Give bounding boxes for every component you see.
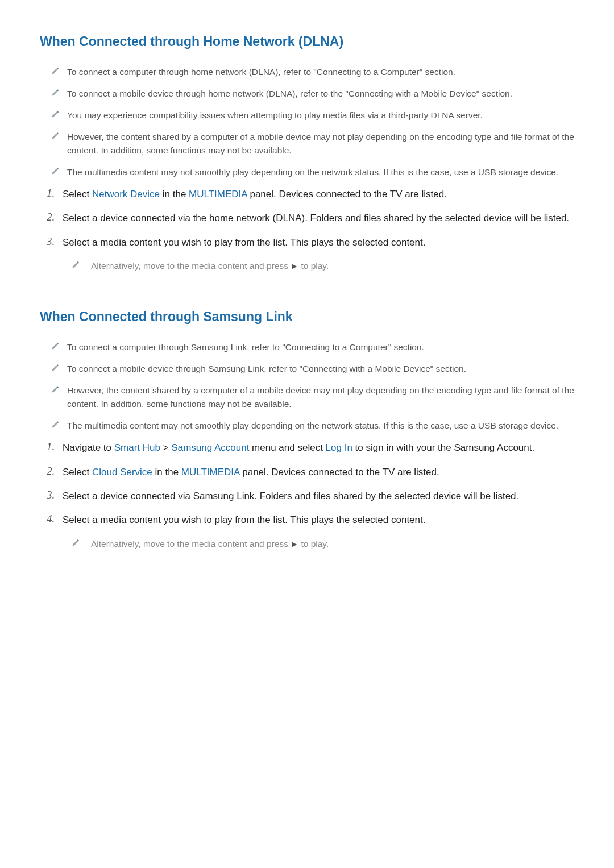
note-item: To connect a computer through home netwo…: [51, 65, 574, 79]
step-item: 4. Select a media content you wish to pl…: [47, 513, 574, 528]
pencil-icon: [72, 261, 80, 269]
step-number: 2.: [47, 211, 63, 223]
step-item: 3. Select a device connected via Samsung…: [47, 489, 574, 504]
note-text: However, the content shared by a compute…: [67, 384, 574, 411]
step-text: Select a device connected via Samsung Li…: [63, 489, 518, 504]
note-item: However, the content shared by a compute…: [51, 130, 574, 157]
ui-term-multimedia: MULTIMEDIA: [181, 467, 240, 477]
step-number: 1.: [47, 441, 63, 453]
step-text: Select a media content you wish to play …: [63, 513, 425, 528]
step-text: Select Cloud Service in the MULTIMEDIA p…: [63, 465, 439, 480]
note-text: To connect a mobile device through home …: [67, 87, 512, 101]
pencil-icon: [51, 385, 59, 393]
step-number: 2.: [47, 465, 63, 477]
pencil-icon: [51, 167, 59, 175]
ui-term-smart-hub: Smart Hub: [114, 442, 160, 453]
pencil-icon: [51, 132, 59, 140]
note-item: To connect a mobile device through Samsu…: [51, 362, 574, 376]
note-text: However, the content shared by a compute…: [67, 130, 574, 157]
pencil-icon: [51, 110, 59, 118]
step-text: Select a media content you wish to play …: [63, 235, 425, 250]
pencil-icon: [51, 421, 59, 429]
pencil-icon: [51, 89, 59, 97]
ui-term-samsung-account: Samsung Account: [171, 442, 249, 453]
section-heading-samsung-link: When Connected through Samsung Link: [40, 309, 574, 325]
note-text: To connect a computer through home netwo…: [67, 65, 455, 79]
note-item: The multimedia content may not smoothly …: [51, 165, 574, 179]
note-item: To connect a mobile device through home …: [51, 87, 574, 101]
pencil-icon: [51, 67, 59, 75]
section-heading-dlna: When Connected through Home Network (DLN…: [40, 34, 574, 49]
note-text: The multimedia content may not smoothly …: [67, 165, 558, 179]
ui-term-log-in: Log In: [326, 442, 352, 453]
note-text: To connect a mobile device through Samsu…: [67, 362, 466, 376]
step-number: 3.: [47, 489, 63, 501]
step-item: 2. Select Cloud Service in the MULTIMEDI…: [47, 465, 574, 480]
pencil-icon: [51, 364, 59, 372]
ui-term-network-device: Network Device: [92, 189, 160, 200]
ui-term-cloud-service: Cloud Service: [92, 467, 152, 477]
step-number: 4.: [47, 513, 63, 525]
step-item: 2. Select a device connected via the hom…: [47, 211, 574, 226]
note-item: To connect a computer through Samsung Li…: [51, 340, 574, 354]
note-item: You may experience compatibility issues …: [51, 109, 574, 122]
sub-note-text: Alternatively, move to the media content…: [91, 259, 329, 273]
pencil-icon: [72, 539, 80, 547]
step-item: 1. Select Network Device in the MULTIMED…: [47, 187, 574, 202]
step-text: Select a device connected via the home n…: [63, 211, 569, 226]
note-item: The multimedia content may not smoothly …: [51, 419, 574, 433]
step-number: 3.: [47, 235, 63, 248]
sub-note: Alternatively, move to the media content…: [72, 259, 574, 273]
step-number: 1.: [47, 187, 63, 200]
note-text: You may experience compatibility issues …: [67, 109, 483, 122]
pencil-icon: [51, 342, 59, 350]
sub-note-text: Alternatively, move to the media content…: [91, 537, 329, 551]
sub-note: Alternatively, move to the media content…: [72, 537, 574, 551]
step-item: 1. Navigate to Smart Hub > Samsung Accou…: [47, 441, 574, 455]
note-text: The multimedia content may not smoothly …: [67, 419, 558, 433]
note-text: To connect a computer through Samsung Li…: [67, 340, 424, 354]
step-text: Navigate to Smart Hub > Samsung Account …: [63, 441, 534, 455]
ui-term-multimedia: MULTIMEDIA: [189, 189, 247, 200]
note-item: However, the content shared by a compute…: [51, 384, 574, 411]
step-text: Select Network Device in the MULTIMEDIA …: [63, 187, 447, 202]
play-arrow-icon: ►: [291, 539, 298, 549]
step-item: 3. Select a media content you wish to pl…: [47, 235, 574, 250]
play-arrow-icon: ►: [291, 261, 298, 271]
